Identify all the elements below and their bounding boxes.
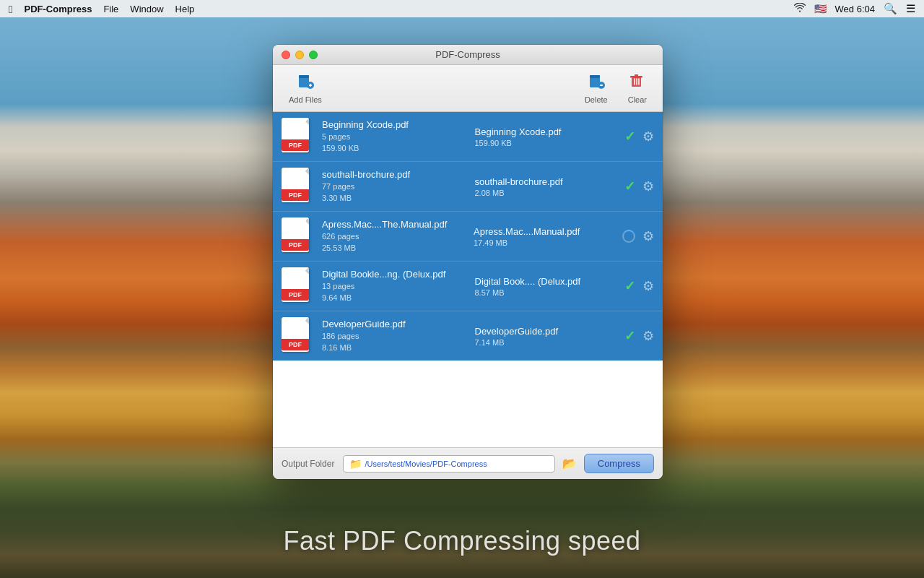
delete-icon (588, 72, 605, 93)
pdf-badge: PDF (282, 289, 309, 301)
svg-rect-6 (590, 75, 600, 78)
menu-icon[interactable]: ☰ (906, 2, 915, 15)
file-pages: 5 pages (322, 131, 463, 142)
compress-button[interactable]: Compress (584, 454, 654, 473)
settings-icon[interactable]: ⚙ (642, 178, 654, 194)
file-info: DeveloperGuide.pdf 186 pages 8.16 MB (322, 319, 463, 353)
file-actions: ✓ ⚙ (624, 328, 654, 344)
folder-icon: 📁 (349, 458, 362, 470)
menu-help[interactable]: Help (175, 4, 195, 14)
file-output-name: Apress.Mac....Manual.pdf (474, 226, 614, 237)
status-loading-icon (622, 230, 635, 243)
browse-icon: 📂 (562, 457, 577, 470)
file-input-name: Apress.Mac....The.Manual.pdf (322, 219, 462, 230)
file-input-name: Digital Bookle...ng. (Delux.pdf (322, 269, 463, 280)
wifi-icon (794, 3, 806, 14)
table-row[interactable]: PDF Digital Bookle...ng. (Delux.pdf 13 p… (273, 262, 663, 311)
toolbar-right-buttons: Delete Clear (580, 71, 651, 105)
clear-label: Clear (628, 95, 647, 104)
flag-icon: 🇺🇸 (814, 3, 827, 14)
apple-menu[interactable]:  (9, 3, 12, 15)
status-done-icon: ✓ (624, 178, 635, 194)
maximize-button[interactable] (309, 51, 318, 59)
add-files-label: Add Files (289, 95, 322, 104)
output-folder-label: Output Folder (282, 459, 334, 469)
svg-rect-12 (635, 74, 638, 77)
footer: Output Folder 📁 /Users/test/Movies/PDF-C… (273, 447, 663, 479)
file-icon: PDF (282, 217, 313, 255)
pdf-badge: PDF (282, 139, 309, 151)
table-row[interactable]: PDF DeveloperGuide.pdf 186 pages 8.16 MB… (273, 311, 663, 361)
file-info: southall-brochure.pdf 77 pages 3.30 MB (322, 169, 463, 204)
file-icon: PDF (282, 168, 313, 205)
svg-rect-9 (600, 85, 603, 86)
file-output-size: 159.90 KB (475, 139, 616, 147)
file-list: PDF Beginning Xcode.pdf 5 pages 159.90 K… (273, 112, 663, 361)
file-output-name: Digital Book.... (Delux.pdf (475, 276, 616, 287)
file-info: Apress.Mac....The.Manual.pdf 626 pages 2… (322, 219, 462, 254)
pdf-badge: PDF (282, 339, 309, 350)
file-pages: 77 pages (322, 181, 463, 192)
table-row[interactable]: PDF Apress.Mac....The.Manual.pdf 626 pag… (273, 212, 663, 262)
menubar-left:  PDF-Compress File Window Help (9, 3, 194, 15)
file-pages: 13 pages (322, 281, 463, 292)
file-size: 8.16 MB (322, 342, 463, 353)
settings-icon[interactable]: ⚙ (642, 129, 654, 144)
file-actions: ✓ ⚙ (624, 278, 654, 294)
add-files-button[interactable]: Add Files (284, 71, 326, 105)
file-output-name: Beginning Xcode.pdf (475, 126, 616, 137)
menubar-time: Wed 6:04 (835, 4, 875, 14)
svg-rect-4 (310, 84, 311, 87)
delete-label: Delete (585, 95, 608, 104)
minimize-button[interactable] (295, 51, 304, 59)
app-menu-name[interactable]: PDF-Compress (24, 4, 92, 14)
file-actions: ⚙ (622, 228, 654, 244)
table-row[interactable]: PDF southall-brochure.pdf 77 pages 3.30 … (273, 162, 663, 212)
close-button[interactable] (282, 51, 290, 59)
file-output-size: 8.57 MB (475, 288, 616, 297)
file-pages: 186 pages (322, 331, 463, 342)
file-icon: PDF (282, 267, 313, 305)
titlebar: PDF-Compress (273, 45, 663, 65)
file-size: 3.30 MB (322, 193, 463, 204)
file-output-info: Apress.Mac....Manual.pdf 17.49 MB (462, 226, 614, 247)
menu-file[interactable]: File (103, 4, 118, 14)
file-info: Digital Bookle...ng. (Delux.pdf 13 pages… (322, 269, 463, 303)
delete-button[interactable]: Delete (580, 71, 612, 105)
menubar:  PDF-Compress File Window Help 🇺🇸 Wed 6… (0, 0, 924, 17)
traffic-lights (282, 51, 318, 59)
clear-icon (629, 72, 646, 93)
table-row[interactable]: PDF Beginning Xcode.pdf 5 pages 159.90 K… (273, 112, 663, 162)
file-output-info: DeveloperGuide.pdf 7.14 MB (463, 326, 616, 347)
file-output-info: Digital Book.... (Delux.pdf 8.57 MB (463, 276, 616, 297)
file-actions: ✓ ⚙ (624, 178, 654, 194)
settings-icon[interactable]: ⚙ (642, 328, 654, 344)
menubar-right: 🇺🇸 Wed 6:04 🔍 ☰ (794, 2, 915, 15)
file-info: Beginning Xcode.pdf 5 pages 159.90 KB (322, 119, 463, 154)
file-actions: ✓ ⚙ (624, 129, 654, 144)
status-done-icon: ✓ (624, 129, 635, 144)
file-size: 159.90 KB (322, 143, 463, 154)
file-pages: 626 pages (322, 231, 462, 242)
file-input-name: southall-brochure.pdf (322, 169, 463, 180)
file-output-size: 7.14 MB (475, 338, 616, 347)
menu-window[interactable]: Window (130, 4, 163, 14)
file-output-info: southall-brochure.pdf 2.08 MB (463, 176, 616, 197)
drop-zone[interactable] (273, 361, 663, 447)
window-title: PDF-Compress (435, 49, 500, 60)
settings-icon[interactable]: ⚙ (642, 278, 654, 294)
file-output-name: DeveloperGuide.pdf (475, 326, 616, 337)
svg-rect-1 (299, 75, 309, 78)
pdf-badge: PDF (282, 239, 309, 251)
clear-button[interactable]: Clear (624, 71, 651, 105)
settings-icon[interactable]: ⚙ (642, 228, 654, 244)
add-files-icon (297, 72, 314, 93)
file-size: 25.53 MB (322, 243, 462, 254)
folder-path-text: /Users/test/Movies/PDF-Compress (365, 460, 487, 468)
search-icon[interactable]: 🔍 (884, 2, 897, 15)
file-output-name: southall-brochure.pdf (475, 176, 616, 187)
file-input-name: Beginning Xcode.pdf (322, 119, 463, 130)
status-done-icon: ✓ (624, 328, 635, 344)
app-window: PDF-Compress Add Files (273, 45, 663, 479)
browse-folder-button[interactable]: 📂 (561, 455, 578, 473)
